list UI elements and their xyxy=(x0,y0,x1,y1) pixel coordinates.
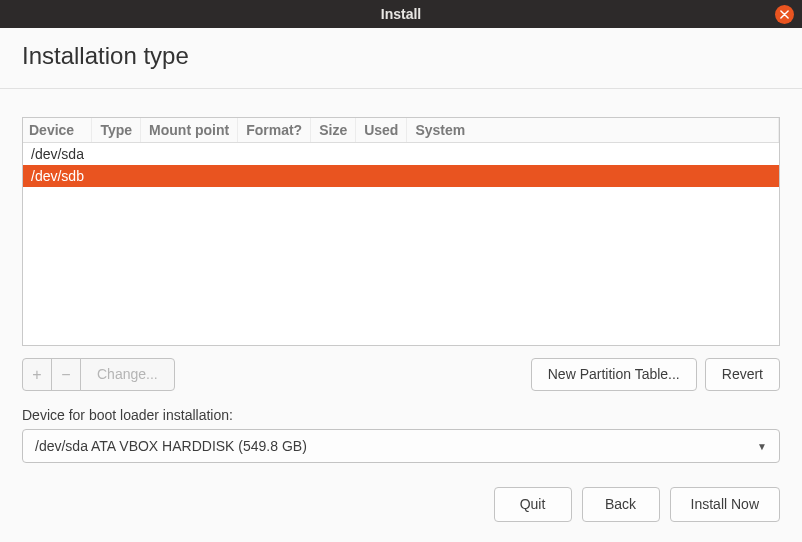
quit-button[interactable]: Quit xyxy=(494,487,572,522)
cell-format xyxy=(238,165,311,187)
col-device[interactable]: Device xyxy=(23,118,92,143)
cell-mount xyxy=(141,143,238,166)
add-partition-button[interactable]: + xyxy=(22,358,52,391)
table-row[interactable]: /dev/sda xyxy=(23,143,779,166)
cell-device: /dev/sdb xyxy=(23,165,92,187)
bootloader-selected-value: /dev/sda ATA VBOX HARDDISK (549.8 GB) xyxy=(35,438,757,454)
footer-buttons: Quit Back Install Now xyxy=(22,487,780,522)
col-format[interactable]: Format? xyxy=(238,118,311,143)
partition-table[interactable]: Device Type Mount point Format? Size Use… xyxy=(22,117,780,346)
cell-type xyxy=(92,143,141,166)
revert-button[interactable]: Revert xyxy=(705,358,780,391)
table-row[interactable]: /dev/sdb xyxy=(23,165,779,187)
col-system[interactable]: System xyxy=(407,118,779,143)
cell-format xyxy=(238,143,311,166)
remove-partition-button[interactable]: − xyxy=(51,358,81,391)
col-used[interactable]: Used xyxy=(356,118,407,143)
divider xyxy=(0,88,802,89)
cell-device: /dev/sda xyxy=(23,143,92,166)
cell-size xyxy=(311,143,356,166)
back-button[interactable]: Back xyxy=(582,487,660,522)
cell-used xyxy=(356,165,407,187)
col-size[interactable]: Size xyxy=(311,118,356,143)
cell-size xyxy=(311,165,356,187)
window-title: Install xyxy=(0,6,802,22)
titlebar: Install xyxy=(0,0,802,28)
bootloader-device-select[interactable]: /dev/sda ATA VBOX HARDDISK (549.8 GB) ▼ xyxy=(22,429,780,463)
cell-system xyxy=(407,143,779,166)
partition-toolbar: + − Change... New Partition Table... Rev… xyxy=(22,358,780,391)
chevron-down-icon: ▼ xyxy=(757,441,767,452)
cell-mount xyxy=(141,165,238,187)
cell-type xyxy=(92,165,141,187)
bootloader-label: Device for boot loader installation: xyxy=(22,407,780,423)
change-partition-button[interactable]: Change... xyxy=(80,358,175,391)
page-title: Installation type xyxy=(22,28,780,88)
cell-used xyxy=(356,143,407,166)
col-type[interactable]: Type xyxy=(92,118,141,143)
close-icon xyxy=(780,10,789,19)
install-now-button[interactable]: Install Now xyxy=(670,487,780,522)
table-header-row: Device Type Mount point Format? Size Use… xyxy=(23,118,779,143)
cell-system xyxy=(407,165,779,187)
col-mount[interactable]: Mount point xyxy=(141,118,238,143)
content-area: Installation type Device Type Mount poin… xyxy=(0,28,802,542)
edit-button-group: + − Change... xyxy=(22,358,175,391)
new-partition-table-button[interactable]: New Partition Table... xyxy=(531,358,697,391)
close-button[interactable] xyxy=(775,5,794,24)
